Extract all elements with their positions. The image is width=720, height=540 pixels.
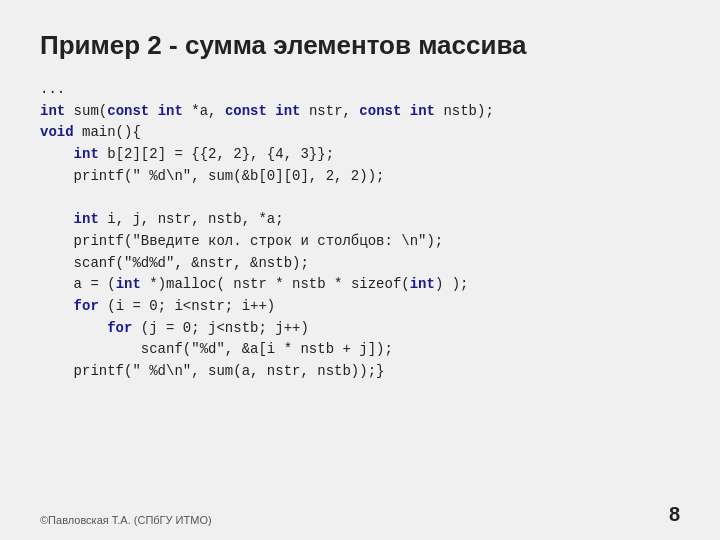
- code-line-8: scanf("%d%d", &nstr, &nstb);: [40, 253, 680, 275]
- keyword-void: void: [40, 124, 74, 140]
- keyword-int6: int: [74, 211, 99, 227]
- code-line-13: printf(" %d\n", sum(a, nstr, nstb));}: [40, 361, 680, 383]
- code-line-7: printf("Введите кол. строк и столбцов: \…: [40, 231, 680, 253]
- keyword-int2: int: [158, 103, 183, 119]
- code-line-4: printf(" %d\n", sum(&b[0][0], 2, 2));: [40, 166, 680, 188]
- keyword-int7: int: [116, 276, 141, 292]
- keyword-for1: for: [74, 298, 99, 314]
- keyword-int: int: [40, 103, 65, 119]
- page-number: 8: [669, 503, 680, 526]
- code-block: ... int sum(const int *a, const int nstr…: [40, 79, 680, 383]
- keyword-int8: int: [410, 276, 435, 292]
- slide: Пример 2 - сумма элементов массива ... i…: [0, 0, 720, 540]
- ellipsis-line: ...: [40, 79, 680, 101]
- keyword-int3: int: [275, 103, 300, 119]
- keyword-int4: int: [410, 103, 435, 119]
- code-line-11: for (j = 0; j<nstb; j++): [40, 318, 680, 340]
- code-line-5: [40, 187, 680, 209]
- keyword-const1: const: [107, 103, 149, 119]
- code-line-1: int sum(const int *a, const int nstr, co…: [40, 101, 680, 123]
- slide-title: Пример 2 - сумма элементов массива: [40, 30, 680, 61]
- code-line-12: scanf("%d", &a[i * nstb + j]);: [40, 339, 680, 361]
- keyword-for2: for: [107, 320, 132, 336]
- code-line-2: void main(){: [40, 122, 680, 144]
- keyword-const2: const: [225, 103, 267, 119]
- code-line-10: for (i = 0; i<nstr; i++): [40, 296, 680, 318]
- footer-text: ©Павловская Т.А. (СПбГУ ИТМО): [40, 514, 212, 526]
- code-line-3: int b[2][2] = {{2, 2}, {4, 3}};: [40, 144, 680, 166]
- code-line-6: int i, j, nstr, nstb, *a;: [40, 209, 680, 231]
- keyword-const3: const: [359, 103, 401, 119]
- keyword-int5: int: [74, 146, 99, 162]
- code-line-9: a = (int *)malloc( nstr * nstb * sizeof(…: [40, 274, 680, 296]
